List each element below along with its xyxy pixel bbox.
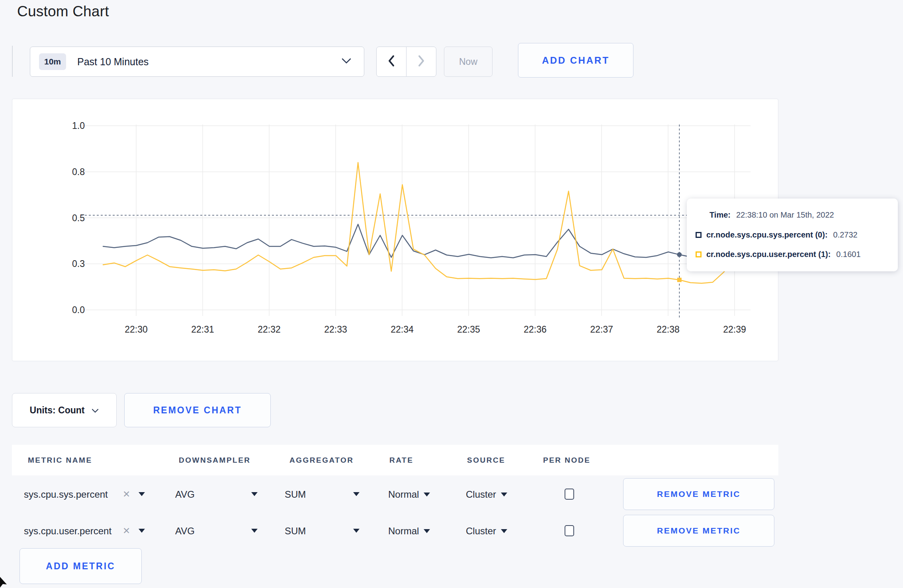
time-pager [376, 47, 436, 77]
chevron-left-icon [386, 55, 397, 69]
col-header-downsampler: DOWNSAMPLER [179, 456, 251, 465]
user-percent-swatch-icon [696, 251, 702, 257]
svg-text:0.8: 0.8 [72, 167, 85, 177]
svg-text:22:32: 22:32 [258, 324, 281, 335]
chart-card: 0.00.30.50.81.022:3022:3122:3222:3322:34… [12, 99, 778, 361]
remove-metric-button[interactable]: REMOVE METRIC [623, 478, 774, 510]
tooltip-series-value: 0.1601 [836, 250, 860, 259]
col-header-metric-name: METRIC NAME [28, 456, 92, 465]
chevron-right-icon [416, 55, 426, 69]
aggregator-caret-icon[interactable] [353, 529, 360, 533]
chevron-down-icon [342, 58, 351, 66]
remove-chart-button[interactable]: REMOVE CHART [124, 393, 271, 427]
source-caret-icon [501, 493, 507, 496]
col-header-rate: RATE [389, 456, 413, 465]
tooltip-time-label: Time: [710, 210, 731, 220]
tooltip-series-value: 0.2732 [833, 230, 858, 239]
time-range-label: Past 10 Minutes [77, 56, 149, 68]
svg-text:22:31: 22:31 [191, 324, 214, 335]
rate-caret-icon [424, 529, 430, 533]
source-select[interactable]: Cluster [466, 489, 507, 500]
metric-name-caret-icon[interactable] [139, 492, 145, 496]
downsampler-caret-icon[interactable] [251, 492, 258, 496]
metric-name-value[interactable]: sys.cpu.user.percent [24, 526, 111, 537]
source-value: Cluster [466, 489, 496, 500]
metric-name-caret-icon[interactable] [139, 529, 145, 533]
toolbar-divider [12, 46, 13, 77]
svg-text:22:37: 22:37 [590, 324, 613, 335]
tooltip-series-label: cr.node.sys.cpu.sys.percent (0): [706, 230, 828, 239]
per-node-checkbox[interactable] [565, 489, 574, 500]
tooltip-series-label: cr.node.sys.cpu.user.percent (1): [706, 250, 831, 259]
svg-text:0.3: 0.3 [72, 259, 85, 269]
tooltip-series-row: cr.node.sys.cpu.user.percent (1): 0.1601 [696, 250, 861, 259]
tooltip-time-value: 22:38:10 on Mar 15th, 2022 [736, 210, 834, 220]
source-caret-icon [501, 529, 507, 533]
rate-value: Normal [388, 489, 419, 500]
units-dropdown[interactable]: Units: Count [12, 393, 117, 427]
svg-text:0.5: 0.5 [72, 213, 85, 223]
svg-text:22:33: 22:33 [324, 324, 347, 335]
time-range-dropdown[interactable]: 10m Past 10 Minutes [30, 47, 364, 77]
downsampler-caret-icon[interactable] [251, 529, 258, 533]
rate-value: Normal [388, 526, 419, 537]
remove-metric-button[interactable]: REMOVE METRIC [623, 515, 774, 547]
aggregator-caret-icon[interactable] [353, 492, 360, 496]
downsampler-select[interactable]: AVG [175, 489, 195, 500]
add-metric-button[interactable]: ADD METRIC [20, 548, 142, 584]
tooltip-series-row: cr.node.sys.cpu.sys.percent (0): 0.2732 [696, 230, 858, 239]
svg-text:0.0: 0.0 [72, 305, 85, 315]
cpu-percent-chart[interactable]: 0.00.30.50.81.022:3022:3122:3222:3322:34… [12, 99, 779, 362]
chart-hover-tooltip: Time: 22:38:10 on Mar 15th, 2022 cr.node… [687, 199, 898, 271]
aggregator-select[interactable]: SUM [285, 489, 306, 500]
add-chart-button[interactable]: ADD CHART [518, 43, 633, 78]
next-time-button[interactable] [406, 47, 436, 77]
time-range-badge: 10m [39, 53, 66, 70]
tooltip-time-row: Time: 22:38:10 on Mar 15th, 2022 [710, 210, 834, 220]
clear-metric-icon[interactable]: ✕ [123, 489, 130, 500]
now-button[interactable]: Now [444, 47, 493, 77]
svg-text:22:39: 22:39 [723, 324, 746, 335]
downsampler-select[interactable]: AVG [175, 526, 195, 537]
clear-metric-icon[interactable]: ✕ [123, 526, 130, 536]
svg-text:22:38: 22:38 [657, 324, 680, 335]
aggregator-select[interactable]: SUM [285, 526, 306, 537]
svg-text:22:36: 22:36 [524, 324, 547, 335]
units-label: Units: Count [30, 405, 85, 416]
svg-text:22:35: 22:35 [457, 324, 480, 335]
mouse-cursor-icon [0, 577, 8, 588]
svg-text:22:34: 22:34 [391, 324, 414, 335]
custom-chart-page: { "page": { "title": "Custom Chart", "ac… [0, 0, 903, 588]
rate-select[interactable]: Normal [388, 489, 430, 500]
per-node-checkbox[interactable] [565, 525, 574, 536]
col-header-aggregator: AGGREGATOR [289, 456, 354, 465]
col-header-per-node: PER NODE [543, 456, 590, 465]
col-header-source: SOURCE [467, 456, 505, 465]
chevron-down-icon [92, 405, 99, 416]
svg-text:1.0: 1.0 [72, 121, 85, 131]
sys-percent-swatch-icon [696, 232, 702, 238]
page-title: Custom Chart [17, 3, 109, 20]
rate-select[interactable]: Normal [388, 526, 430, 537]
source-select[interactable]: Cluster [466, 526, 507, 537]
rate-caret-icon [424, 493, 430, 496]
prev-time-button[interactable] [376, 47, 407, 77]
svg-text:22:30: 22:30 [125, 324, 148, 335]
source-value: Cluster [466, 526, 496, 537]
metric-name-value[interactable]: sys.cpu.sys.percent [24, 489, 108, 500]
